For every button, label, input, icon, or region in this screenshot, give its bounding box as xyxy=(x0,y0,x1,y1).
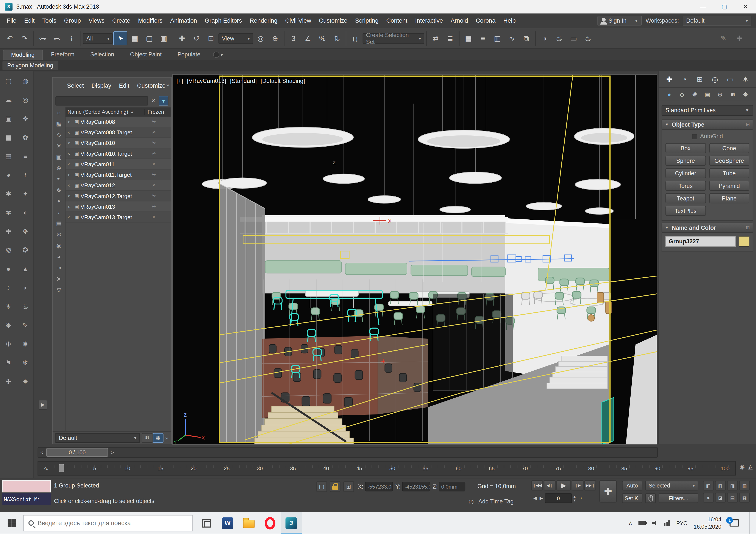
ribbon-tab[interactable]: Modeling xyxy=(3,50,43,60)
bones-filter-icon[interactable]: ≀ xyxy=(58,209,60,216)
hierarchy-tab-icon[interactable]: ⊞ xyxy=(694,75,706,84)
geometry-filter-icon[interactable]: ▩ xyxy=(56,120,62,127)
select-and-rotate-icon[interactable]: ↺ xyxy=(189,31,203,45)
track-bar-playhead[interactable] xyxy=(59,464,64,472)
mirror-icon[interactable]: ⇄ xyxy=(429,31,443,45)
filter-funnel-icon[interactable]: ▼ xyxy=(159,96,168,106)
notes-icon[interactable]: ▤ xyxy=(3,132,14,143)
workspace-pencil-icon[interactable]: ✎ xyxy=(716,31,731,45)
ribbon-tab[interactable]: Freeform xyxy=(43,50,82,60)
menu-item[interactable]: Rendering xyxy=(246,17,282,24)
viewport-shading-menu[interactable]: [Default Shading] xyxy=(260,78,305,84)
add-people-icon[interactable]: ✚ xyxy=(3,225,14,237)
frozen-toggle-icon[interactable]: ✳ xyxy=(144,151,171,156)
selection-filter-dropdown[interactable]: All ▾ xyxy=(83,33,113,43)
menu-item[interactable]: Civil View xyxy=(281,17,315,24)
undo-icon[interactable]: ↶ xyxy=(3,31,17,45)
menu-item[interactable]: Corona xyxy=(472,17,500,24)
mini-curve-editor-icon[interactable]: ∿ xyxy=(38,465,55,472)
menu-item[interactable]: Group xyxy=(60,17,85,24)
name-column-header[interactable]: Name (Sorted Ascending) ▲ xyxy=(66,109,144,115)
selection-lock-icon[interactable] xyxy=(330,481,340,492)
scene-explorer-row[interactable]: ○ ▣ VRayCam012 ✳ xyxy=(66,180,171,191)
scene-explorer-icon[interactable]: ▦ xyxy=(461,31,475,45)
time-slider-handle[interactable]: 0 / 100 xyxy=(46,448,108,457)
sparkle-icon[interactable]: ❋ xyxy=(3,319,14,331)
helpers-category-icon[interactable]: ⊕ xyxy=(715,91,725,97)
window-crossing-icon[interactable]: ▣ xyxy=(157,31,171,45)
node-state-icon[interactable]: ○ xyxy=(66,130,73,135)
minimize-button[interactable]: — xyxy=(692,0,714,13)
frozen-toggle-icon[interactable]: ✳ xyxy=(144,215,171,220)
object-name[interactable]: VRayCam013.Target xyxy=(81,214,144,220)
volume-icon[interactable] xyxy=(652,520,658,526)
notification-center-icon[interactable]: 1 xyxy=(729,519,739,527)
select-arrow-icon[interactable]: ➤ xyxy=(703,493,714,502)
frozen-toggle-icon[interactable]: ✳ xyxy=(144,119,171,124)
bind-to-space-warp-icon[interactable]: ≀ xyxy=(65,31,79,45)
absolute-mode-icon[interactable]: ⊞ xyxy=(343,481,354,492)
ribbon-config[interactable]: ▾ xyxy=(213,51,223,60)
isolate-selection-icon[interactable]: ▢ xyxy=(316,481,327,492)
object-name[interactable]: VRayCam010 xyxy=(81,140,144,146)
motion-tab-icon[interactable]: ◎ xyxy=(709,75,721,84)
material-editor-icon[interactable]: ◑ xyxy=(538,31,552,45)
node-state-icon[interactable]: ○ xyxy=(66,215,73,219)
create-tab-icon[interactable]: ✚ xyxy=(663,75,675,84)
spacewarps-category-icon[interactable]: ≋ xyxy=(728,91,738,97)
opera-taskbar-button[interactable] xyxy=(259,512,281,534)
hidden-filter-icon[interactable]: ◉ xyxy=(56,242,61,249)
scene-explorer-menu-item[interactable]: Customize xyxy=(137,83,166,89)
materials-filter-icon[interactable]: ◕ xyxy=(57,253,61,260)
contrast-icon[interactable]: ◐ xyxy=(20,207,31,218)
node-state-icon[interactable]: ○ xyxy=(66,151,73,156)
ribbon-tab[interactable]: Object Paint xyxy=(122,50,169,60)
scene-explorer-row[interactable]: ○ ▣ VRayCam008.Target ✳ xyxy=(66,127,171,138)
scene-explorer-row[interactable]: ○ ▣ VRayCam013.Target ✳ xyxy=(66,212,171,223)
scene-explorer-row[interactable]: ○ ▣ VRayCam008 ✳ xyxy=(66,116,171,127)
sign-in-dropdown[interactable]: Sign In ▾ xyxy=(597,16,642,26)
scene-explorer-row[interactable]: ○ ▣ VRayCam010.Target ✳ xyxy=(66,148,171,159)
group-icon[interactable]: ❖ xyxy=(20,113,31,124)
workspaces-dropdown[interactable]: Default ▾ xyxy=(683,16,751,26)
primitive-button[interactable]: Cone xyxy=(709,143,749,153)
gear-icon[interactable]: ✾ xyxy=(3,207,14,218)
node-state-icon[interactable]: ○ xyxy=(66,162,73,166)
lights-filter-icon[interactable]: ☀ xyxy=(56,142,62,149)
selection-range-icon[interactable]: ◉ xyxy=(740,463,744,470)
display-all-icon[interactable]: ○ xyxy=(57,109,61,116)
select-and-link-icon[interactable]: ⊶ xyxy=(36,31,50,45)
spinner-snap-icon[interactable]: ⇅ xyxy=(330,31,344,45)
menu-item[interactable]: Interactive xyxy=(411,17,447,24)
keyable-icon[interactable]: ▧ xyxy=(739,481,750,491)
clock[interactable]: 16:04 16.05.2020 xyxy=(694,516,721,530)
utilities-tab-icon[interactable]: ✶ xyxy=(740,75,751,84)
previous-frame-icon[interactable]: ◀❙ xyxy=(544,480,555,491)
previous-frame-button[interactable]: < xyxy=(38,449,46,455)
frozen-toggle-icon[interactable]: ✳ xyxy=(144,204,171,209)
percent-snap-icon[interactable]: % xyxy=(315,31,329,45)
object-color-swatch[interactable] xyxy=(739,236,749,246)
lock-keys-icon[interactable]: ◪ xyxy=(715,493,726,502)
set-key-button[interactable]: Set K. xyxy=(622,493,642,503)
menu-item[interactable]: File xyxy=(3,17,20,24)
sphere-icon[interactable]: ● xyxy=(3,263,14,275)
menu-item[interactable]: Create xyxy=(108,17,134,24)
object-name[interactable]: VRayCam010.Target xyxy=(81,150,144,156)
list-icon[interactable]: ≡ xyxy=(20,150,31,162)
spacewarps-filter-icon[interactable]: ≈ xyxy=(57,176,61,183)
snap-frames-icon[interactable]: ◭ xyxy=(748,463,753,470)
primitive-button[interactable]: Cylinder xyxy=(665,168,706,178)
node-state-icon[interactable]: ○ xyxy=(66,193,73,198)
word-taskbar-button[interactable]: W xyxy=(217,512,238,534)
spray-icon[interactable]: ✱ xyxy=(3,188,14,200)
lamp-icon[interactable]: ◍ xyxy=(20,75,31,87)
unlink-selection-icon[interactable]: ⊷ xyxy=(50,31,64,45)
cone-icon[interactable]: ▲ xyxy=(20,263,31,275)
schematic-view-icon[interactable]: ⧉ xyxy=(519,31,533,45)
taskbar-search[interactable] xyxy=(23,515,193,531)
pattern-icon[interactable]: ▧ xyxy=(3,244,14,256)
frozen-toggle-icon[interactable]: ✳ xyxy=(144,193,171,198)
object-name-field[interactable]: Group3227 xyxy=(665,236,736,246)
spinner-up-icon[interactable]: ▲ xyxy=(573,495,576,498)
